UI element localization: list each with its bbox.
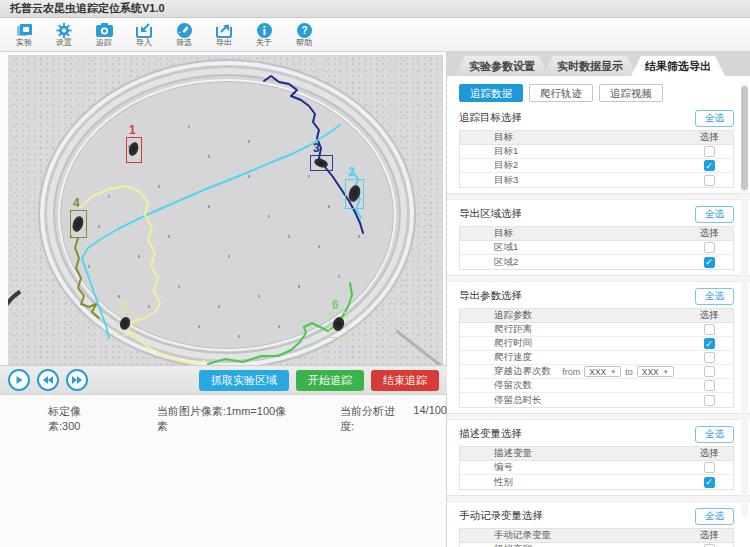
checkbox[interactable] bbox=[704, 175, 715, 186]
app-window: 托普云农昆虫追踪定位系统V1.0 实验 设置 追踪 导入 筛选 导出 bbox=[0, 0, 750, 547]
checkbox[interactable] bbox=[704, 324, 715, 335]
track-5-yellow bbox=[80, 186, 204, 364]
checkbox[interactable] bbox=[704, 146, 715, 157]
insect-body bbox=[331, 316, 346, 333]
table-header: 手动记录变量 选择 bbox=[460, 529, 733, 543]
checkbox[interactable] bbox=[704, 338, 715, 349]
toolbar-label: 导入 bbox=[136, 39, 152, 47]
subtab-tracking-data[interactable]: 追踪数据 bbox=[459, 84, 523, 102]
toolbar-label: 设置 bbox=[56, 39, 72, 47]
export-settings-content: 追踪数据 爬行轨迹 追踪视频 追踪目标选择 全选 目标 选择 目标1 bbox=[447, 76, 750, 547]
column-header: 选择 bbox=[685, 447, 733, 460]
select-all-button[interactable]: 全选 bbox=[695, 206, 734, 223]
info-icon bbox=[257, 23, 272, 38]
row-label: 穿越边界次数 bbox=[460, 365, 551, 378]
start-tracking-button[interactable]: 开始追踪 bbox=[296, 370, 364, 391]
insect-body bbox=[346, 184, 362, 203]
svg-text:?: ? bbox=[301, 25, 307, 36]
section-export-regions: 导出区域选择 全选 目标 选择 区域1 区域2 bbox=[459, 205, 734, 270]
capture-region-button[interactable]: 抓取实验区域 bbox=[199, 370, 289, 391]
toolbar-label: 导出 bbox=[216, 39, 232, 47]
checkbox[interactable] bbox=[704, 257, 715, 268]
toolbar-item-help[interactable]: ? 帮助 bbox=[284, 20, 324, 50]
column-header: 选择 bbox=[685, 309, 733, 322]
row-label: 目标2 bbox=[460, 159, 685, 172]
section-divider bbox=[447, 193, 750, 200]
rewind-button[interactable] bbox=[37, 369, 59, 391]
range-to-select[interactable]: XXX ▼ bbox=[637, 366, 674, 377]
section-title: 导出区域选择 bbox=[459, 207, 522, 221]
section-manual-vars: 手动记录变量选择 全选 手动记录变量 选择 蚂蚁产卵 XXX bbox=[459, 507, 734, 547]
table-row: 目标3 bbox=[460, 173, 733, 187]
row-label: 爬行距离 bbox=[460, 323, 685, 336]
column-header: 选择 bbox=[685, 529, 733, 542]
select-all-button[interactable]: 全选 bbox=[695, 508, 734, 525]
title-bar: 托普云农昆虫追踪定位系统V1.0 bbox=[0, 0, 750, 18]
insect-body bbox=[127, 141, 140, 157]
select-all-button[interactable]: 全选 bbox=[695, 426, 734, 443]
toolbar-item-filter[interactable]: 筛选 bbox=[164, 20, 204, 50]
table-row: 爬行时间 bbox=[460, 337, 733, 351]
toolbar-item-experiment[interactable]: 实验 bbox=[4, 20, 44, 50]
range-to-label: to bbox=[625, 367, 633, 377]
export-icon bbox=[216, 23, 232, 38]
tab-realtime-data[interactable]: 实时数据显示 bbox=[543, 56, 637, 76]
table-row: 停留总时长 bbox=[460, 393, 733, 407]
checkbox[interactable] bbox=[704, 477, 715, 488]
table-row: 目标1 bbox=[460, 145, 733, 159]
range-from-label: from bbox=[562, 367, 580, 377]
column-header: 选择 bbox=[685, 227, 733, 240]
toolbar-item-settings[interactable]: 设置 bbox=[44, 20, 84, 50]
checkbox[interactable] bbox=[704, 395, 715, 406]
insect-id-label: 3 bbox=[313, 142, 320, 154]
table-row: 蚂蚁产卵 bbox=[460, 543, 733, 547]
main-toolbar: 实验 设置 追踪 导入 筛选 导出 关于 ? 帮助 bbox=[0, 18, 750, 52]
subtab-crawl-trace[interactable]: 爬行轨迹 bbox=[529, 84, 593, 102]
row-label: 目标3 bbox=[460, 174, 685, 187]
column-header: 选择 bbox=[685, 131, 733, 144]
right-panel: 实验参数设置 实时数据显示 结果筛选导出 追踪数据 爬行轨迹 追踪视频 追踪目标… bbox=[447, 52, 750, 547]
toolbar-item-import[interactable]: 导入 bbox=[124, 20, 164, 50]
toolbar-item-tracking[interactable]: 追踪 bbox=[84, 20, 124, 50]
row-label: 爬行速度 bbox=[460, 351, 685, 364]
insect-box: 2 bbox=[345, 179, 364, 209]
video-canvas[interactable]: 1 2 3 4 5 6 bbox=[8, 55, 443, 365]
window-title: 托普云农昆虫追踪定位系统V1.0 bbox=[10, 1, 165, 16]
row-label: 区域2 bbox=[460, 256, 685, 269]
table-row: 性别 bbox=[460, 475, 733, 489]
play-button[interactable] bbox=[8, 369, 30, 391]
section-divider bbox=[447, 275, 750, 282]
insect-id-label: 5 bbox=[120, 299, 127, 311]
experiment-view: 1 2 3 4 5 6 bbox=[0, 52, 447, 547]
panel-tab-bar: 实验参数设置 实时数据显示 结果筛选导出 bbox=[447, 52, 750, 76]
row-label: 性别 bbox=[460, 476, 685, 489]
checkbox[interactable] bbox=[704, 380, 715, 391]
range-from-select[interactable]: XXX ▼ bbox=[584, 366, 621, 377]
gear-icon bbox=[56, 23, 72, 38]
subtab-tracking-video[interactable]: 追踪视频 bbox=[599, 84, 663, 102]
column-header: 目标 bbox=[460, 131, 685, 144]
scrollbar-thumb[interactable] bbox=[741, 86, 748, 190]
insect-box: 3 bbox=[310, 155, 333, 171]
insect-body bbox=[119, 316, 133, 332]
checkbox[interactable] bbox=[704, 462, 715, 473]
toolbar-item-export[interactable]: 导出 bbox=[204, 20, 244, 50]
tab-experiment-params[interactable]: 实验参数设置 bbox=[455, 56, 549, 76]
checkbox[interactable] bbox=[704, 366, 715, 377]
column-header: 追踪参数 bbox=[460, 309, 685, 322]
insect-id-label: 2 bbox=[348, 166, 355, 178]
checkbox[interactable] bbox=[704, 160, 715, 171]
checkbox[interactable] bbox=[704, 352, 715, 363]
tab-result-export[interactable]: 结果筛选导出 bbox=[631, 56, 725, 76]
table-header: 目标 选择 bbox=[460, 227, 733, 241]
analysis-progress-label: 当前分析进度: bbox=[340, 404, 408, 434]
stop-tracking-button[interactable]: 结束追踪 bbox=[371, 370, 439, 391]
experiment-icon bbox=[16, 23, 33, 38]
insect-box: 4 bbox=[70, 210, 87, 238]
toolbar-item-about[interactable]: 关于 bbox=[244, 20, 284, 50]
fast-forward-button[interactable] bbox=[66, 369, 88, 391]
checkbox[interactable] bbox=[704, 242, 715, 253]
camera-icon bbox=[96, 23, 113, 38]
select-all-button[interactable]: 全选 bbox=[695, 288, 734, 305]
select-all-button[interactable]: 全选 bbox=[695, 110, 734, 127]
